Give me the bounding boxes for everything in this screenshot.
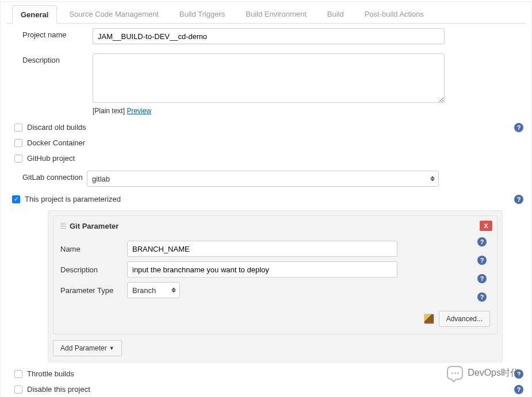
pencil-icon	[424, 314, 434, 324]
plain-text-hint: [Plain text]	[93, 107, 125, 115]
github-project-checkbox[interactable]	[14, 155, 22, 163]
param-name-input[interactable]	[127, 241, 397, 257]
parameterized-checkbox[interactable]	[12, 195, 20, 203]
help-icon[interactable]: ?	[514, 195, 523, 204]
description-label: Description	[12, 53, 93, 64]
discard-old-builds-label: Discard old builds	[27, 123, 86, 132]
project-name-label: Project name	[12, 28, 93, 39]
parameter-block: X Git Parameter Name Description	[48, 210, 503, 363]
tab-scm[interactable]: Source Code Management	[60, 5, 167, 23]
add-parameter-button[interactable]: Add Parameter ▼	[53, 340, 122, 356]
help-icon[interactable]: ?	[477, 274, 487, 283]
drag-handle-icon[interactable]	[60, 223, 66, 230]
gitlab-connection-select[interactable]: gitlab	[87, 171, 439, 187]
disable-project-checkbox[interactable]	[14, 386, 22, 394]
github-project-label: GitHub project	[27, 154, 75, 163]
param-name-label: Name	[60, 245, 127, 253]
help-icon[interactable]: ?	[477, 292, 487, 302]
docker-container-checkbox[interactable]	[14, 139, 22, 147]
param-desc-input[interactable]	[127, 261, 397, 277]
delete-parameter-button[interactable]: X	[480, 221, 492, 231]
param-desc-label: Description	[60, 265, 127, 274]
discard-old-builds-checkbox[interactable]	[14, 124, 22, 132]
throttle-builds-checkbox[interactable]	[14, 370, 22, 378]
disable-project-label: Disable this project	[27, 385, 90, 394]
preview-link[interactable]: Preview	[127, 107, 151, 115]
watermark: DevOps时代	[447, 366, 519, 380]
parameter-section-title: Git Parameter	[70, 222, 118, 230]
help-icon[interactable]: ?	[477, 256, 487, 265]
tab-build[interactable]: Build	[319, 5, 353, 23]
description-textarea[interactable]	[93, 53, 445, 103]
chevron-down-icon: ▼	[109, 345, 114, 351]
chevron-updown-icon	[430, 176, 435, 182]
project-name-input[interactable]	[93, 28, 445, 44]
chevron-updown-icon	[171, 288, 176, 293]
tab-build-environment[interactable]: Build Environment	[237, 5, 315, 23]
help-icon[interactable]: ?	[514, 123, 523, 132]
help-icon[interactable]: ?	[514, 385, 523, 394]
tab-build-triggers[interactable]: Build Triggers	[171, 5, 234, 23]
tab-general[interactable]: General	[12, 5, 57, 24]
param-type-label: Parameter Type	[60, 286, 127, 295]
tab-post-build[interactable]: Post-build Actions	[356, 5, 433, 23]
parameterized-label: This project is parameterized	[25, 195, 121, 203]
docker-container-label: Docker Container	[27, 138, 85, 147]
advanced-button[interactable]: Advanced...	[439, 311, 490, 327]
throttle-builds-label: Throttle builds	[27, 369, 74, 378]
gitlab-connection-label: GitLab connection	[6, 171, 87, 182]
help-icon[interactable]: ?	[477, 237, 487, 246]
param-type-select[interactable]: Branch	[127, 282, 180, 298]
config-tabs: General Source Code Management Build Tri…	[6, 2, 526, 24]
